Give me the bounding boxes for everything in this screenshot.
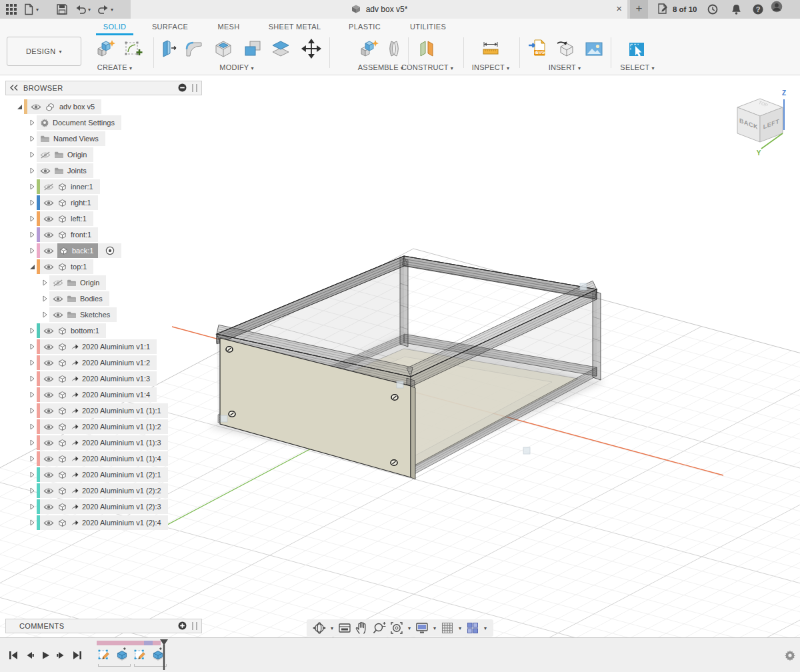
workspace-switcher[interactable]: DESIGN▾ xyxy=(7,37,81,66)
look-at-icon[interactable] xyxy=(337,621,352,635)
tree-item-label[interactable]: 2020 Aluminium v1 (1):4 xyxy=(82,455,161,463)
ribbon-tab-utilities[interactable]: UTILITIES xyxy=(410,23,446,31)
tree-item[interactable]: front:1 xyxy=(37,227,98,242)
move-button[interactable] xyxy=(300,37,323,60)
tree-item-label[interactable]: 2020 Aluminium v1 (1):2 xyxy=(82,423,161,431)
tree-item[interactable]: top:1 xyxy=(37,259,93,274)
caret-collapsed-icon[interactable] xyxy=(27,215,37,222)
visibility-eye-icon[interactable] xyxy=(43,199,54,207)
tree-item-label[interactable]: left:1 xyxy=(71,215,87,223)
tree-item[interactable]: 2020 Aluminium v1 (1):3 xyxy=(37,435,168,450)
version-status[interactable]: 8 of 10 xyxy=(656,0,697,19)
caret-collapsed-icon[interactable] xyxy=(27,327,37,334)
assemble-component-button[interactable] xyxy=(358,37,381,60)
tree-item[interactable]: Sketches xyxy=(49,307,117,322)
visibility-eye-icon[interactable] xyxy=(43,407,54,415)
tree-item[interactable]: left:1 xyxy=(37,211,93,226)
visibility-eye-icon[interactable] xyxy=(43,359,54,367)
group-label-modify[interactable]: MODIFY ▾ xyxy=(219,63,253,71)
tree-item-label[interactable]: 2020 Aluminium v1 (1):3 xyxy=(82,439,161,447)
visibility-eye-icon[interactable] xyxy=(43,439,54,447)
tree-item[interactable]: 2020 Aluminium v1 (1):4 xyxy=(37,451,168,466)
caret-collapsed-icon[interactable] xyxy=(27,455,37,462)
visibility-eye-icon[interactable] xyxy=(43,455,54,463)
new-tab-button[interactable]: + xyxy=(630,0,648,19)
tree-item[interactable]: 2020 Aluminium v1 (1):1 xyxy=(37,403,168,418)
pan-icon[interactable] xyxy=(355,621,369,635)
tree-item-label[interactable]: Document Settings xyxy=(53,119,115,127)
group-label-assemble[interactable]: ASSEMBLE ▾ xyxy=(358,63,403,71)
press-pull-button[interactable] xyxy=(157,37,180,60)
tree-item[interactable]: 2020 Aluminium v1 (2):4 xyxy=(37,515,168,530)
visibility-eye-icon[interactable] xyxy=(43,423,54,431)
caret-collapsed-icon[interactable] xyxy=(27,423,37,430)
caret-collapsed-icon[interactable] xyxy=(27,343,37,350)
visibility-eye-off-icon[interactable] xyxy=(53,279,63,287)
help-icon[interactable]: ? xyxy=(752,3,764,15)
combine-button[interactable] xyxy=(241,37,264,60)
visibility-eye-icon[interactable] xyxy=(43,215,54,223)
timeline-playhead[interactable] xyxy=(160,639,168,671)
group-label-insert[interactable]: INSERT ▾ xyxy=(549,63,581,71)
caret-collapsed-icon[interactable] xyxy=(27,503,37,510)
tree-item-label[interactable]: Named Views xyxy=(53,135,99,143)
tree-item[interactable]: 2020 Aluminium v1 (2):1 xyxy=(37,467,168,482)
chevron-down-icon[interactable]: ▾ xyxy=(36,7,39,13)
tree-item-label[interactable]: 2020 Aluminium v1 (2):2 xyxy=(82,487,161,495)
tree-item-label[interactable]: top:1 xyxy=(71,263,87,271)
tree-item[interactable]: 2020 Aluminium v1 (2):3 xyxy=(37,499,168,514)
timeline-skip-start-button[interactable] xyxy=(8,650,19,661)
panel-drag-handle[interactable] xyxy=(192,84,197,92)
group-label-inspect[interactable]: INSPECT ▾ xyxy=(472,63,509,71)
group-label-select[interactable]: SELECT ▾ xyxy=(620,63,654,71)
visibility-eye-icon[interactable] xyxy=(43,327,54,335)
tree-item-label[interactable]: adv box v5 xyxy=(59,103,95,111)
group-label-create[interactable]: CREATE ▾ xyxy=(97,63,132,71)
caret-collapsed-icon[interactable] xyxy=(27,471,37,478)
caret-collapsed-icon[interactable] xyxy=(27,439,37,446)
chevron-down-icon[interactable]: ▾ xyxy=(408,625,411,631)
zoom-icon[interactable] xyxy=(372,621,387,635)
visibility-eye-icon[interactable] xyxy=(43,503,54,511)
tree-item-label[interactable]: bottom:1 xyxy=(71,327,99,335)
timeline-feature-extrude-icon[interactable] xyxy=(115,647,129,661)
view-cube[interactable]: BACKLEFTTOPZY xyxy=(725,87,795,162)
file-icon[interactable] xyxy=(23,3,35,15)
panel-drag-handle[interactable] xyxy=(192,622,197,630)
tree-item[interactable]: Bodies xyxy=(49,291,109,306)
timeline-group-bar[interactable] xyxy=(97,641,144,645)
caret-collapsed-icon[interactable] xyxy=(27,391,37,398)
tree-item-label[interactable]: 2020 Aluminium v1:3 xyxy=(82,375,150,383)
visibility-eye-icon[interactable] xyxy=(43,391,54,399)
ribbon-tab-mesh[interactable]: MESH xyxy=(218,23,240,31)
tree-item[interactable]: adv box v5 xyxy=(24,99,101,114)
collapse-panel-icon[interactable] xyxy=(10,84,18,92)
visibility-eye-icon[interactable] xyxy=(43,343,54,351)
tree-item-label[interactable]: 2020 Aluminium v1 (2):4 xyxy=(82,519,161,527)
create-sketch-button[interactable] xyxy=(122,37,145,60)
caret-collapsed-icon[interactable] xyxy=(27,167,37,174)
avatar[interactable] xyxy=(771,1,783,13)
display-settings-icon[interactable] xyxy=(415,621,429,635)
timeline-settings-gear-icon[interactable] xyxy=(784,649,796,661)
visibility-eye-icon[interactable] xyxy=(43,231,54,239)
caret-collapsed-icon[interactable] xyxy=(27,247,37,254)
tree-item[interactable]: Named Views xyxy=(37,131,105,146)
caret-collapsed-icon[interactable] xyxy=(40,295,49,302)
timeline-play-button[interactable] xyxy=(40,650,51,661)
tree-item[interactable]: 2020 Aluminium v1 (1):2 xyxy=(37,419,168,434)
caret-collapsed-icon[interactable] xyxy=(27,151,37,158)
caret-collapsed-icon[interactable] xyxy=(27,519,37,526)
visibility-eye-icon[interactable] xyxy=(53,295,63,303)
timeline-skip-end-button[interactable] xyxy=(72,650,83,661)
chevron-down-icon[interactable]: ▾ xyxy=(111,7,113,13)
tree-item[interactable]: 2020 Aluminium v1:4 xyxy=(37,387,157,402)
tree-item-label[interactable]: 2020 Aluminium v1:1 xyxy=(82,343,150,351)
ribbon-tab-plastic[interactable]: PLASTIC xyxy=(349,23,381,31)
visibility-eye-icon[interactable] xyxy=(43,263,54,271)
caret-collapsed-icon[interactable] xyxy=(27,199,37,206)
new-component-button[interactable] xyxy=(95,37,117,60)
tree-item-label[interactable]: 2020 Aluminium v1 (2):3 xyxy=(82,503,161,511)
ribbon-tab-solid[interactable]: SOLID xyxy=(103,23,127,31)
orbit-icon[interactable] xyxy=(312,621,327,635)
